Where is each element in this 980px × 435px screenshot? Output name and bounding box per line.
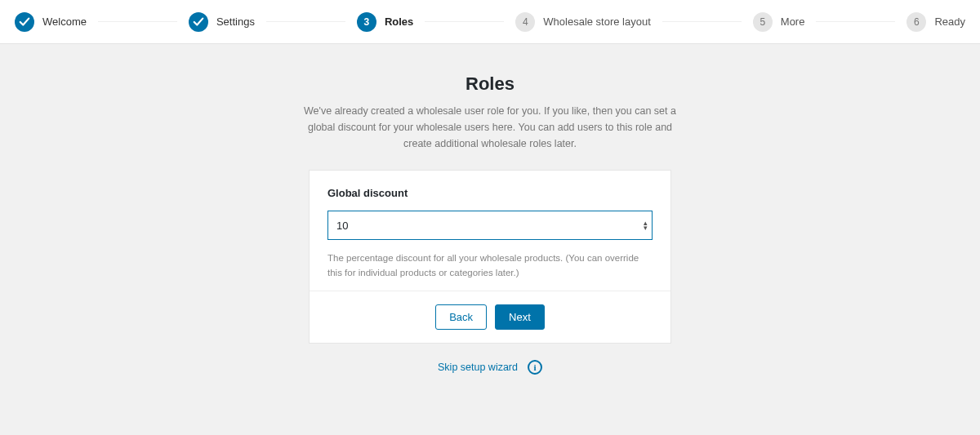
step-divider: [662, 21, 742, 22]
next-button[interactable]: Next: [495, 304, 545, 331]
skip-row: Skip setup wizard i: [438, 360, 542, 375]
step-label: Roles: [385, 16, 413, 28]
info-icon[interactable]: i: [528, 360, 542, 375]
chevron-down-icon[interactable]: ▾: [644, 225, 648, 230]
step-divider: [425, 21, 504, 22]
skip-setup-link[interactable]: Skip setup wizard: [438, 362, 518, 373]
check-icon: [15, 12, 34, 32]
back-button[interactable]: Back: [435, 304, 487, 331]
step-divider: [266, 21, 345, 22]
global-discount-field-wrap: ▴ ▾: [327, 211, 653, 240]
step-label: Wholesale store layout: [543, 16, 651, 28]
step-roles[interactable]: 3 Roles: [357, 12, 413, 32]
number-spinner[interactable]: ▴ ▾: [644, 220, 648, 230]
step-number-icon: 5: [753, 12, 773, 32]
check-icon: [189, 12, 208, 32]
step-number-icon: 6: [906, 12, 926, 32]
page-description: We've already created a wholesale user r…: [294, 103, 686, 152]
card-body: Global discount ▴ ▾ The percentage disco…: [310, 171, 670, 291]
global-discount-label: Global discount: [327, 187, 653, 199]
step-ready[interactable]: 6 Ready: [906, 12, 965, 32]
step-label: Settings: [216, 16, 255, 28]
step-wholesale-layout[interactable]: 4 Wholesale store layout: [515, 12, 651, 32]
step-welcome[interactable]: Welcome: [15, 12, 87, 32]
main-content: Roles We've already created a wholesale …: [0, 44, 980, 375]
step-number-icon: 3: [357, 12, 376, 32]
card-footer: Back Next: [310, 291, 670, 344]
step-divider: [98, 21, 177, 22]
step-settings[interactable]: Settings: [189, 12, 255, 32]
step-label: Welcome: [42, 16, 87, 28]
step-divider: [816, 21, 895, 22]
step-label: More: [781, 16, 805, 28]
page-title: Roles: [466, 73, 514, 95]
global-discount-input[interactable]: [327, 211, 653, 240]
step-more[interactable]: 5 More: [753, 12, 805, 32]
step-label: Ready: [934, 16, 965, 28]
settings-card: Global discount ▴ ▾ The percentage disco…: [309, 170, 671, 344]
wizard-stepper: Welcome Settings 3 Roles 4 Wholesale sto…: [0, 0, 980, 44]
global-discount-help-text: The percentage discount for all your who…: [327, 251, 653, 281]
step-number-icon: 4: [515, 12, 535, 32]
